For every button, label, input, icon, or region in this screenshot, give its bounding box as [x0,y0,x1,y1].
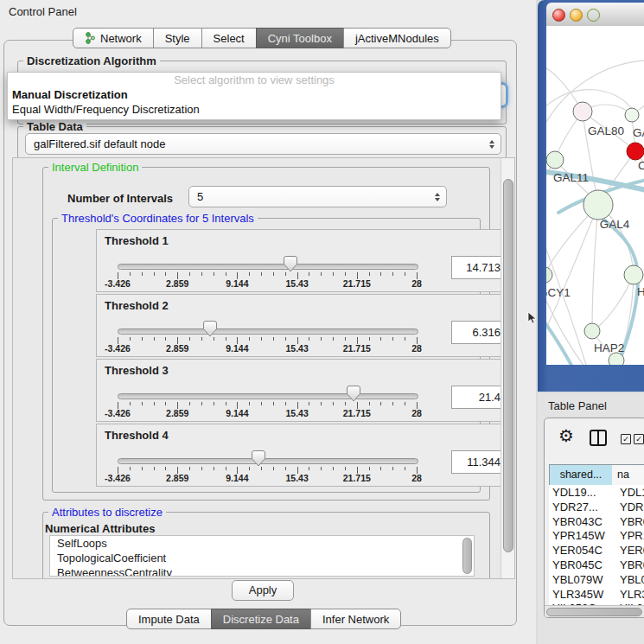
cell-name[interactable]: YPR1 [620,528,644,543]
tab-jactivemnodules[interactable]: jActiveMNodules [343,28,451,48]
table-hscrollbar-thumb[interactable] [546,608,642,616]
tab-impute-data[interactable]: Impute Data [126,609,212,629]
threshold-slider-thumb[interactable] [347,386,360,402]
tick-label: 21.715 [343,278,371,289]
algorithm-placeholder-option[interactable]: Select algorithm to view settings [8,73,501,87]
network-node-hap2[interactable] [584,323,600,339]
network-node[interactable] [609,353,624,365]
checkbox-checked-icon[interactable]: ✓ [621,434,631,444]
algorithm-option-manual-discretization[interactable]: Manual Discretization [8,87,501,102]
cell-name[interactable]: YLR3 [620,587,644,602]
combo-arrows-icon [435,193,440,201]
tab-label: Discretize Data [223,609,299,629]
network-window-titlebar[interactable] [546,3,644,27]
tick-mark [321,402,322,405]
table-data-group-title: Table Data [23,120,86,133]
network-canvas[interactable]: GAL80GACGAL11GAL4GCY1HHAP2 [546,26,644,365]
network-node-gal80[interactable] [573,102,592,121]
threshold-slider-thumb[interactable] [284,256,297,272]
tick-mark [165,337,166,341]
cell-name[interactable]: YDL1 [620,485,644,500]
network-node-gcy1[interactable] [546,267,552,283]
table-row[interactable]: YDR27...YDR2 [549,500,644,514]
column-header-shared-name[interactable]: shared... [549,464,613,486]
table-row[interactable]: YLR345WYLR3 [549,587,644,602]
threshold-value-field[interactable]: 11.344 [451,450,507,474]
threshold-slider-track[interactable] [118,328,418,335]
table-row[interactable]: YPR145WYPR1 [549,528,644,543]
settings-vertical-scrollbar[interactable] [501,158,514,578]
attribute-list-item[interactable]: SelfLoops [50,536,474,551]
table-data-combobox[interactable]: galFiltered.sif default node [25,133,501,155]
cell-shared-name[interactable]: YBR043C [552,514,603,529]
num-intervals-combobox[interactable]: 5 [188,186,447,207]
network-node-gal4[interactable] [583,190,613,220]
tab-discretize-data[interactable]: Discretize Data [211,609,311,629]
cell-name[interactable]: YBR0 [620,558,644,572]
threshold-value-field[interactable]: 21.4 [451,386,507,409]
threshold-value-field[interactable]: 14.713 [451,256,507,279]
threshold-slider-thumb[interactable] [252,450,265,467]
cell-shared-name[interactable]: YPR145W [552,528,605,543]
apply-button[interactable]: Apply [232,580,294,601]
cell-shared-name[interactable]: YER054C [552,543,603,558]
tick-mark [142,337,143,341]
attribute-list-item[interactable]: TopologicalCoefficient [50,551,474,565]
close-traffic-light-icon[interactable] [552,9,565,22]
cell-shared-name[interactable]: YBR045C [552,558,603,572]
tick-mark [142,272,143,276]
tick-mark [369,337,370,341]
tick-mark [189,467,190,470]
cell-shared-name[interactable]: YBL079W [552,572,603,587]
table-panel-box: ⚙ ✓ ✓ shared... na YDL19...YDL1YDR27...Y… [544,418,644,618]
threshold-slider-track[interactable] [118,264,418,270]
cell-name[interactable]: YER0 [620,543,644,558]
cell-shared-name[interactable]: YDL19... [552,485,596,500]
cell-name[interactable]: YDR2 [620,500,644,514]
tab-select[interactable]: Select [201,28,257,48]
network-node-h[interactable] [624,265,643,284]
tick-mark [309,337,309,341]
tick-mark [309,272,309,276]
tick-mark [345,402,346,405]
tick-mark [345,272,346,276]
zoom-traffic-light-icon[interactable] [587,9,600,22]
cell-name[interactable]: YBR0 [620,514,644,529]
tick-mark [226,337,226,341]
checkbox-checked-icon[interactable]: ✓ [634,434,644,444]
tab-infer-network[interactable]: Infer Network [310,609,401,629]
network-node-label: GAL80 [588,124,624,137]
table-row[interactable]: YBR045CYBR0 [549,558,644,572]
cell-name[interactable]: YBL0 [620,572,644,587]
split-columns-icon[interactable] [590,430,607,446]
tab-cyni-toolbox[interactable]: Cyni Toolbox [256,28,344,48]
minimize-traffic-light-icon[interactable] [570,9,583,22]
table-horizontal-scrollbar[interactable] [545,605,644,617]
column-header-name[interactable]: na [612,464,644,486]
cell-shared-name[interactable]: YDR27... [552,500,598,514]
tick-mark [189,337,190,341]
tick-mark [261,467,262,470]
table-row[interactable]: YDL19...YDL1 [549,485,644,500]
threshold-slider-thumb[interactable] [203,321,217,337]
table-row[interactable]: YBR043CYBR0 [549,514,644,529]
tick-mark [273,467,274,470]
gear-icon[interactable]: ⚙ [558,425,574,446]
algorithm-option-equal-width-frequency-discretization[interactable]: Equal Width/Frequency Discretization [8,102,501,117]
table-row[interactable]: YER054CYER0 [549,543,644,558]
threshold-slider-track[interactable] [118,458,418,464]
tab-style[interactable]: Style [153,28,202,48]
threshold-label: Threshold 3 [105,364,169,377]
numerical-attributes-list[interactable]: SelfLoopsTopologicalCoefficientBetweenne… [49,535,475,577]
table-row[interactable]: YBL079WYBL0 [549,572,644,587]
attributes-list-scrollbar[interactable] [462,538,472,574]
settings-scrollbar-thumb[interactable] [503,179,513,552]
threshold-value-field[interactable]: 6.316 [451,321,507,344]
cell-shared-name[interactable]: YLR345W [552,587,603,602]
attribute-list-item[interactable]: BetweennessCentrality [50,565,474,577]
network-node-c[interactable] [627,143,644,160]
threshold-slider-track[interactable] [118,393,418,399]
tab-network[interactable]: Network [73,28,154,48]
network-node-ga[interactable] [625,108,639,122]
network-node-gal11[interactable] [546,151,564,169]
